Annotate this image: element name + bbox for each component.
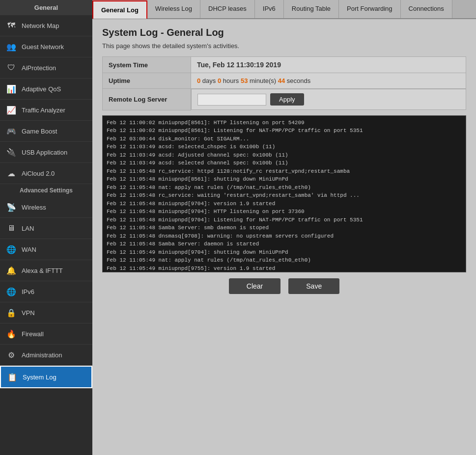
uptime-seconds: 44 bbox=[278, 77, 285, 84]
alexa-ifttt-icon: 🔔 bbox=[6, 265, 17, 276]
sidebar-item-guest-network[interactable]: 👥 Guest Network bbox=[0, 36, 92, 57]
log-output[interactable]: Feb 12 11:00:02 miniupnpd[8561]: HTTP li… bbox=[102, 115, 466, 272]
tab-wireless-log[interactable]: Wireless Log bbox=[147, 0, 200, 18]
remote-log-row: Remote Log Server Apply bbox=[103, 89, 466, 110]
sidebar-item-aicloud[interactable]: ☁ AiCloud 2.0 bbox=[0, 163, 92, 184]
uptime-days: 0 bbox=[197, 77, 200, 84]
sidebar-item-label: Firewall bbox=[22, 330, 44, 338]
sidebar-item-usb-application[interactable]: 🔌 USB Application bbox=[0, 142, 92, 163]
uptime-row: Uptime 0 days 0 hours 53 minute(s) 44 se… bbox=[103, 73, 466, 89]
sidebar-advanced-header: Advanced Settings bbox=[0, 184, 92, 197]
sidebar-item-label: WAN bbox=[22, 246, 36, 253]
sidebar-item-network-map[interactable]: 🗺 Network Map bbox=[0, 15, 92, 36]
sidebar-item-adaptive-qos[interactable]: 📊 Adaptive QoS bbox=[0, 79, 92, 100]
system-time-row: System Time Tue, Feb 12 11:30:19 2019 bbox=[103, 57, 466, 73]
remote-log-cell: Apply bbox=[191, 89, 466, 110]
uptime-label: Uptime bbox=[103, 73, 191, 89]
system-log-icon: 📋 bbox=[7, 372, 18, 382]
sidebar-item-label: LAN bbox=[22, 225, 34, 232]
tab-ipv6[interactable]: IPv6 bbox=[255, 0, 284, 18]
sidebar-item-wan[interactable]: 🌐 WAN bbox=[0, 239, 92, 260]
system-time-value: Tue, Feb 12 11:30:19 2019 bbox=[191, 57, 466, 73]
aiprotection-icon: 🛡 bbox=[6, 62, 17, 73]
sidebar: General 🗺 Network Map 👥 Guest Network 🛡 … bbox=[0, 0, 92, 455]
sidebar-item-label: VPN bbox=[22, 309, 35, 317]
save-button[interactable]: Save bbox=[288, 278, 339, 294]
aicloud-icon: ☁ bbox=[6, 168, 17, 179]
lan-icon: 🖥 bbox=[6, 223, 17, 234]
page-title: System Log - General Log bbox=[102, 27, 466, 38]
usb-application-icon: 🔌 bbox=[6, 147, 17, 158]
sidebar-item-traffic-analyzer[interactable]: 📈 Traffic Analyzer bbox=[0, 100, 92, 121]
sidebar-item-system-log[interactable]: 📋 System Log bbox=[0, 366, 92, 388]
page-description: This page shows the detailed system's ac… bbox=[102, 42, 466, 50]
sidebar-item-label: AiCloud 2.0 bbox=[22, 170, 55, 177]
vpn-icon: 🔒 bbox=[6, 307, 17, 318]
guest-network-icon: 👥 bbox=[6, 41, 17, 52]
tab-port-forwarding[interactable]: Port Forwarding bbox=[339, 0, 400, 18]
game-boost-icon: 🎮 bbox=[6, 126, 17, 136]
uptime-value: 0 days 0 hours 53 minute(s) 44 seconds bbox=[191, 73, 466, 89]
traffic-analyzer-icon: 📈 bbox=[6, 105, 17, 115]
tab-bar: General Log Wireless Log DHCP leases IPv… bbox=[92, 0, 476, 19]
wireless-icon: 📡 bbox=[6, 202, 17, 213]
sidebar-item-label: AiProtection bbox=[22, 64, 56, 72]
wan-icon: 🌐 bbox=[6, 244, 17, 255]
tab-dhcp-leases[interactable]: DHCP leases bbox=[200, 0, 255, 18]
sidebar-item-label: Adaptive QoS bbox=[22, 85, 61, 93]
network-map-icon: 🗺 bbox=[6, 20, 17, 31]
sidebar-item-label: System Log bbox=[23, 374, 56, 381]
sidebar-item-lan[interactable]: 🖥 LAN bbox=[0, 218, 92, 239]
sidebar-item-ipv6[interactable]: 🌐 IPv6 bbox=[0, 281, 92, 302]
sidebar-item-firewall[interactable]: 🔥 Firewall bbox=[0, 323, 92, 345]
tab-connections[interactable]: Connections bbox=[401, 0, 452, 18]
ipv6-icon: 🌐 bbox=[6, 286, 17, 297]
sidebar-item-game-boost[interactable]: 🎮 Game Boost bbox=[0, 121, 92, 142]
uptime-minutes: 53 bbox=[241, 77, 248, 84]
sidebar-item-label: Guest Network bbox=[22, 43, 64, 51]
sidebar-item-administration[interactable]: ⚙ Administration bbox=[0, 345, 92, 366]
sidebar-item-wireless[interactable]: 📡 Wireless bbox=[0, 197, 92, 218]
uptime-hours: 0 bbox=[218, 77, 221, 84]
sidebar-item-label: Game Boost bbox=[22, 128, 57, 135]
sidebar-item-label: IPv6 bbox=[22, 288, 34, 295]
remote-log-input[interactable] bbox=[197, 94, 266, 106]
sidebar-item-aiprotection[interactable]: 🛡 AiProtection bbox=[0, 57, 92, 79]
sidebar-item-label: USB Application bbox=[22, 149, 67, 156]
system-time-display: Tue, Feb 12 11:30:19 2019 bbox=[197, 61, 281, 69]
sidebar-item-label: Alexa & IFTTT bbox=[22, 267, 63, 274]
sidebar-item-label: Administration bbox=[22, 351, 62, 359]
sidebar-general-header: General bbox=[0, 0, 92, 15]
sidebar-item-vpn[interactable]: 🔒 VPN bbox=[0, 302, 92, 323]
action-buttons: Clear Save bbox=[102, 278, 466, 294]
sidebar-item-alexa-ifttt[interactable]: 🔔 Alexa & IFTTT bbox=[0, 260, 92, 281]
clear-button[interactable]: Clear bbox=[229, 278, 280, 294]
remote-log-label: Remote Log Server bbox=[103, 89, 191, 110]
sidebar-item-label: Wireless bbox=[22, 204, 46, 211]
administration-icon: ⚙ bbox=[6, 349, 17, 360]
apply-button[interactable]: Apply bbox=[270, 93, 304, 106]
adaptive-qos-icon: 📊 bbox=[6, 83, 17, 94]
system-time-label: System Time bbox=[103, 57, 191, 73]
tab-routing-table[interactable]: Routing Table bbox=[284, 0, 339, 18]
sidebar-item-label: Traffic Analyzer bbox=[22, 107, 65, 114]
tab-general-log[interactable]: General Log bbox=[92, 0, 147, 19]
sidebar-item-label: Network Map bbox=[22, 22, 59, 29]
main-panel: General Log Wireless Log DHCP leases IPv… bbox=[92, 0, 476, 455]
content-area: System Log - General Log This page shows… bbox=[92, 19, 476, 455]
info-table: System Time Tue, Feb 12 11:30:19 2019 Up… bbox=[102, 56, 466, 110]
firewall-icon: 🔥 bbox=[6, 328, 17, 339]
